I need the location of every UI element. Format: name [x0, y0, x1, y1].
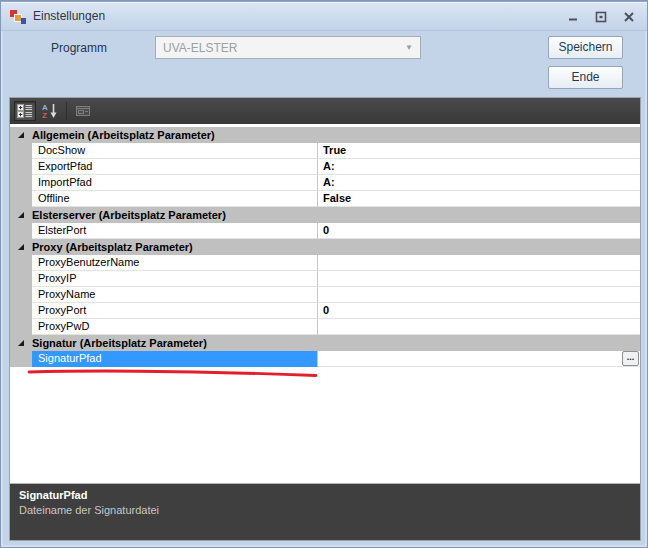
- property-value[interactable]: ...: [318, 351, 640, 367]
- property-row-exportpfad[interactable]: ExportPfadA:: [10, 159, 640, 175]
- property-value[interactable]: [318, 287, 640, 303]
- property-row-importpfad[interactable]: ImportPfadA:: [10, 175, 640, 191]
- alphabetical-sort-icon: A Z: [42, 103, 58, 119]
- category-row[interactable]: Elsterserver (Arbeitsplatz Parameter): [10, 207, 640, 223]
- close-button[interactable]: [621, 10, 637, 24]
- category-label: Signatur (Arbeitsplatz Parameter): [32, 335, 207, 351]
- row-gutter: [10, 303, 32, 319]
- row-gutter: [10, 175, 32, 191]
- property-row-proxyname[interactable]: ProxyName: [10, 287, 640, 303]
- property-value[interactable]: 0: [318, 303, 640, 319]
- property-grid-toolbar: A Z: [10, 98, 640, 124]
- property-row-docshow[interactable]: DocShowTrue: [10, 143, 640, 159]
- category-collapse-icon[interactable]: [18, 132, 24, 138]
- property-name: ProxyPort: [32, 303, 318, 319]
- help-description: Dateiname der Signaturdatei: [19, 504, 631, 516]
- property-name: ProxyName: [32, 287, 318, 303]
- property-name: ExportPfad: [32, 159, 318, 175]
- maximize-button[interactable]: [593, 10, 609, 24]
- minimize-button[interactable]: [565, 10, 581, 24]
- window-title: Einstellungen: [33, 9, 105, 23]
- row-gutter: [10, 351, 32, 367]
- property-value[interactable]: 0: [318, 223, 640, 239]
- alphabetical-sort-button[interactable]: A Z: [39, 101, 61, 121]
- help-title: SignaturPfad: [19, 489, 631, 501]
- minimize-icon: [567, 11, 579, 23]
- property-row-proxyport[interactable]: ProxyPort0: [10, 303, 640, 319]
- category-collapse-icon[interactable]: [18, 244, 24, 250]
- property-value[interactable]: A:: [318, 159, 640, 175]
- property-name: ProxyIP: [32, 271, 318, 287]
- property-row-signaturpfad[interactable]: SignaturPfad...: [10, 351, 640, 367]
- program-label: Programm: [51, 41, 107, 55]
- row-gutter: [10, 319, 32, 335]
- property-pages-button: [72, 101, 94, 121]
- property-row-proxyip[interactable]: ProxyIP: [10, 271, 640, 287]
- property-name: SignaturPfad: [32, 351, 318, 367]
- property-row-elsterport[interactable]: ElsterPort0: [10, 223, 640, 239]
- property-value[interactable]: A:: [318, 175, 640, 191]
- category-label: Allgemein (Arbeitsplatz Parameter): [32, 127, 215, 143]
- category-row[interactable]: Allgemein (Arbeitsplatz Parameter): [10, 127, 640, 143]
- property-row-proxypwd[interactable]: ProxyPwD: [10, 319, 640, 335]
- category-label: Elsterserver (Arbeitsplatz Parameter): [32, 207, 226, 223]
- category-row[interactable]: Proxy (Arbeitsplatz Parameter): [10, 239, 640, 255]
- property-value[interactable]: True: [318, 143, 640, 159]
- close-icon: [623, 11, 635, 23]
- property-value[interactable]: [318, 271, 640, 287]
- property-row-proxybenutzername[interactable]: ProxyBenutzerName: [10, 255, 640, 271]
- property-name: DocShow: [32, 143, 318, 159]
- row-gutter: [10, 159, 32, 175]
- app-icon: [10, 8, 26, 24]
- categorized-icon: [17, 103, 33, 119]
- property-value[interactable]: False: [318, 191, 640, 207]
- property-name: ProxyBenutzerName: [32, 255, 318, 271]
- program-combobox: UVA-ELSTER ▼: [155, 36, 421, 59]
- chevron-down-icon: ▼: [405, 43, 413, 52]
- category-label: Proxy (Arbeitsplatz Parameter): [32, 239, 193, 255]
- titlebar[interactable]: Einstellungen: [1, 1, 647, 31]
- settings-window: Einstellungen Programm UVA-ELSTER ▼: [0, 0, 648, 548]
- row-gutter: [10, 255, 32, 271]
- property-row-offline[interactable]: OfflineFalse: [10, 191, 640, 207]
- app-icon-blue-square: [21, 18, 26, 24]
- property-value[interactable]: [318, 319, 640, 335]
- help-panel: SignaturPfad Dateiname der Signaturdatei: [10, 483, 640, 540]
- property-name: ProxyPwD: [32, 319, 318, 335]
- property-name: Offline: [32, 191, 318, 207]
- svg-text:Z: Z: [42, 111, 47, 119]
- category-collapse-icon[interactable]: [18, 340, 24, 346]
- browse-button[interactable]: ...: [622, 351, 639, 366]
- property-rows: Allgemein (Arbeitsplatz Parameter)DocSho…: [10, 124, 640, 483]
- row-gutter: [10, 191, 32, 207]
- category-row[interactable]: Signatur (Arbeitsplatz Parameter): [10, 335, 640, 351]
- row-gutter: [10, 271, 32, 287]
- save-button[interactable]: Speichern: [548, 36, 623, 59]
- program-combobox-value: UVA-ELSTER: [163, 41, 237, 55]
- category-collapse-icon[interactable]: [18, 212, 24, 218]
- categorized-view-button[interactable]: [14, 101, 36, 121]
- end-button[interactable]: Ende: [548, 66, 623, 89]
- row-gutter: [10, 287, 32, 303]
- row-gutter: [10, 223, 32, 239]
- window-controls: [565, 10, 637, 24]
- property-grid: A Z Allgemein (Arbeitsplatz Parameter)Do…: [9, 97, 641, 541]
- property-name: ImportPfad: [32, 175, 318, 191]
- row-gutter: [10, 143, 32, 159]
- maximize-icon: [595, 11, 607, 23]
- property-name: ElsterPort: [32, 223, 318, 239]
- toolbar-separator: [66, 102, 67, 120]
- property-pages-icon: [75, 103, 91, 119]
- property-value[interactable]: [318, 255, 640, 271]
